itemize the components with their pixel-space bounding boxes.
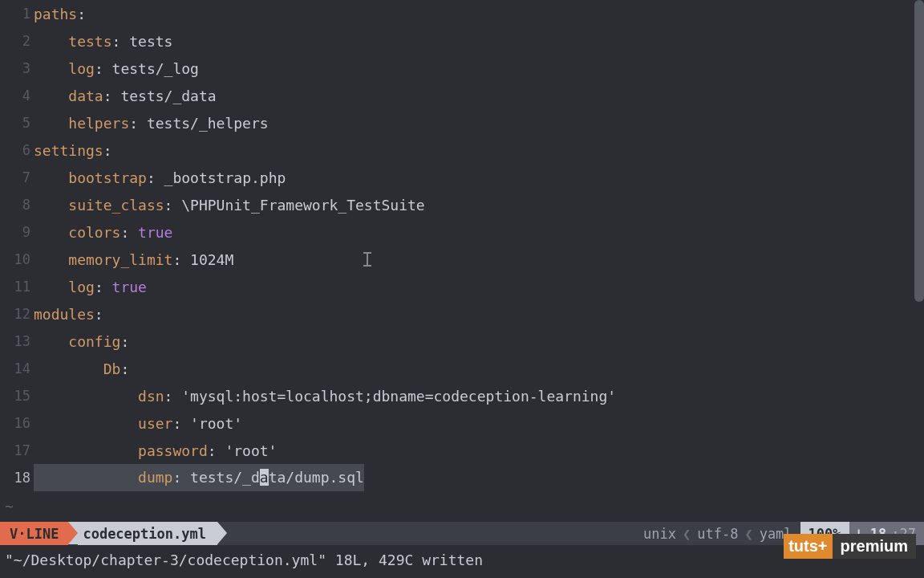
code-content[interactable]: password: 'root' [34,442,277,459]
line-number-gutter: 5 [0,115,34,131]
code-content[interactable]: user: 'root' [34,415,242,432]
line-number-gutter: 6 [0,142,34,158]
line-number-gutter: 13 [0,333,34,349]
code-content[interactable]: memory_limit: 1024M [34,251,233,268]
line-number-gutter: 10 [0,251,34,267]
watermark-logo: tuts+ premium [784,534,916,559]
code-content[interactable]: helpers: tests/_helpers [34,115,269,132]
code-line[interactable]: 7 bootstrap: _bootstrap.php [0,164,924,191]
line-number-gutter: 3 [0,60,34,76]
filename-segment: codeception.yml [78,522,217,545]
line-number-gutter: 4 [0,88,34,104]
code-line[interactable]: 2 tests: tests [0,27,924,55]
line-number-gutter: 9 [0,224,34,240]
cursor-block: a [260,469,269,486]
code-line[interactable]: 1paths: [0,0,924,27]
watermark-right: premium [833,534,916,559]
code-line[interactable]: 18 dump: tests/_data/dump.sql [0,464,924,491]
code-line[interactable]: 11 log: true [0,273,924,300]
mode-arrow [68,522,78,544]
code-content[interactable]: bootstrap: _bootstrap.php [34,169,286,186]
line-number-gutter: 16 [0,415,34,431]
filename-arrow [217,522,227,544]
code-content[interactable]: tests: tests [34,33,172,50]
code-line[interactable]: 15 dsn: 'mysql:host=localhost;dbname=cod… [0,382,924,409]
code-content[interactable]: suite_class: \PHPUnit_Framework_TestSuit… [34,197,425,214]
fileinfo-segment: unix ❮ utf-8 ❮ yaml [635,522,800,545]
editor-root: 1paths:2 tests: tests3 log: tests/_log4 … [0,0,924,578]
code-line[interactable]: 3 log: tests/_log [0,55,924,82]
code-line[interactable]: 6settings: [0,136,924,164]
line-number-gutter: 8 [0,197,34,213]
code-content[interactable]: dump: tests/_data/dump.sql [34,464,364,491]
code-line[interactable]: 12modules: [0,300,924,328]
line-number-gutter: 7 [0,169,34,185]
line-number-gutter: 1 [0,6,34,22]
line-number-gutter: 12 [0,306,34,322]
code-content[interactable]: data: tests/_data [34,88,217,104]
watermark-left: tuts+ [784,534,832,559]
code-line[interactable]: 5 helpers: tests/_helpers [0,109,924,136]
chevron-left-icon: ❮ [683,526,691,542]
chevron-left-icon: ❮ [744,526,752,542]
code-line[interactable]: 13 config: [0,328,924,355]
code-line[interactable]: 9 colors: true [0,218,924,246]
code-line[interactable]: 4 data: tests/_data [0,82,924,109]
code-content[interactable]: log: tests/_log [34,60,199,77]
end-of-buffer-tilde: ~ [5,498,14,515]
code-content[interactable]: settings: [34,142,112,159]
code-content[interactable]: dsn: 'mysql:host=localhost;dbname=codece… [34,388,616,405]
code-content[interactable]: log: true [34,279,147,295]
line-number-gutter: 17 [0,442,34,458]
line-number-gutter: 18 [0,470,34,486]
encoding: utf-8 [697,526,738,542]
code-content[interactable]: paths: [34,6,86,22]
code-line[interactable]: 17 password: 'root' [0,437,924,464]
line-number-gutter: 14 [0,360,34,377]
fileformat: unix [643,526,676,542]
code-content[interactable]: config: [34,333,129,350]
code-content[interactable]: modules: [34,306,103,323]
code-area[interactable]: 1paths:2 tests: tests3 log: tests/_log4 … [0,0,924,578]
code-line[interactable]: 10 memory_limit: 1024M [0,246,924,273]
code-line[interactable]: 14 Db: [0,355,924,382]
code-line[interactable]: 16 user: 'root' [0,409,924,437]
mode-segment: V·LINE [0,522,68,545]
code-content[interactable]: colors: true [34,224,172,241]
line-number-gutter: 2 [0,33,34,49]
code-line[interactable]: 8 suite_class: \PHPUnit_Framework_TestSu… [0,191,924,218]
scrollbar[interactable] [914,0,924,302]
code-content[interactable]: Db: [34,360,129,377]
line-number-gutter: 15 [0,388,34,404]
line-number-gutter: 11 [0,279,34,295]
